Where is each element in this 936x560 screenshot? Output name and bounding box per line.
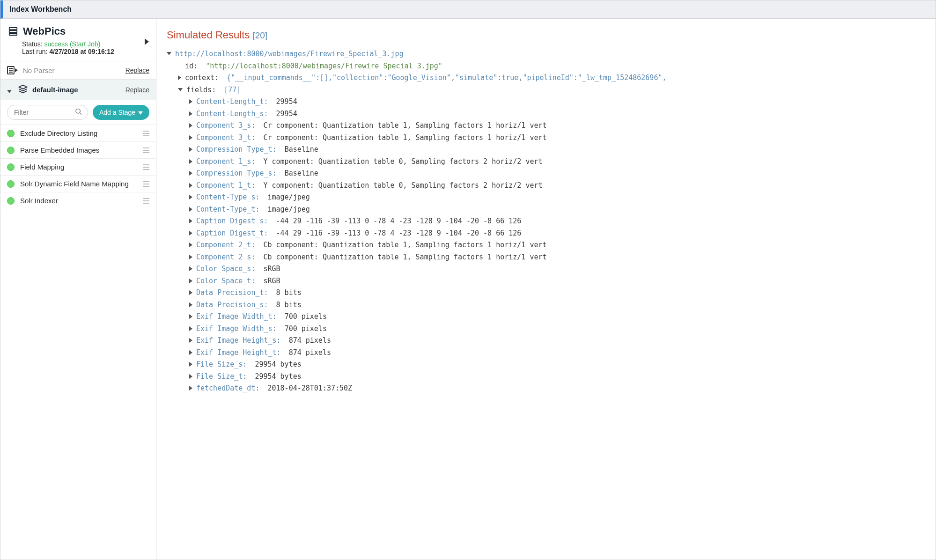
results-panel: Simulated Results [20] http://localhost:… — [156, 19, 936, 560]
field-row[interactable]: Component 3_s: Cr component: Quantizatio… — [167, 120, 925, 132]
pipeline-caret-icon[interactable] — [7, 90, 12, 93]
field-row[interactable]: Exif Image Height_t: 874 pixels — [167, 347, 925, 359]
project-status: Status: success (Start Job) — [8, 40, 148, 48]
doc-row[interactable]: http://localhost:8000/webimages/Firewire… — [167, 48, 925, 60]
field-row[interactable]: Content-Type_s: image/jpeg — [167, 192, 925, 204]
caret-right-icon[interactable] — [189, 159, 192, 164]
field-key: Exif Image Height_s: — [196, 335, 281, 347]
svg-marker-12 — [138, 111, 143, 115]
stage-item[interactable]: Solr Dynamic Field Name Mapping — [0, 176, 156, 192]
field-row[interactable]: Content-Length_s: 29954 — [167, 108, 925, 120]
field-value: Y component: Quantization table 0, Sampl… — [263, 180, 542, 192]
search-icon[interactable] — [75, 108, 82, 117]
svg-rect-1 — [9, 30, 17, 33]
field-row[interactable]: Compression Type_t: Baseline — [167, 144, 925, 156]
field-row[interactable]: Component 3_t: Cr component: Quantizatio… — [167, 132, 925, 144]
caret-right-icon[interactable] — [189, 207, 192, 212]
caret-right-icon[interactable] — [189, 135, 192, 140]
database-icon — [8, 26, 18, 37]
collapse-sidebar-icon[interactable] — [145, 38, 149, 46]
drag-handle-icon[interactable] — [143, 164, 149, 170]
field-row[interactable]: Exif Image Height_s: 874 pixels — [167, 335, 925, 347]
caret-right-icon[interactable] — [189, 243, 192, 247]
field-row[interactable]: fetchedDate_dt: 2018-04-28T01:37:50Z — [167, 383, 925, 395]
field-row[interactable]: Component 2_s: Cb component: Quantizatio… — [167, 251, 925, 264]
caret-right-icon[interactable] — [189, 183, 192, 188]
stage-item[interactable]: Field Mapping — [0, 159, 156, 176]
caret-right-icon[interactable] — [189, 326, 192, 331]
caret-right-icon[interactable] — [178, 75, 181, 80]
caret-right-icon[interactable] — [189, 350, 192, 355]
field-key: Exif Image Height_t: — [196, 347, 281, 359]
drag-handle-icon[interactable] — [143, 181, 149, 187]
context-row[interactable]: context: {"__input_commands__":[],"colle… — [167, 72, 925, 84]
caret-right-icon[interactable] — [189, 374, 192, 379]
add-stage-button[interactable]: Add a Stage — [93, 105, 149, 120]
titlebar: Index Workbench — [0, 0, 936, 19]
parser-row[interactable]: No Parser Replace — [0, 61, 156, 80]
drag-handle-icon[interactable] — [143, 147, 149, 153]
field-key: Component 2_t: — [196, 239, 255, 251]
stage-status-dot — [7, 180, 15, 188]
caret-right-icon[interactable] — [189, 338, 192, 343]
svg-marker-3 — [145, 38, 149, 45]
field-row[interactable]: Caption Digest_s: -44 29 -116 -39 -113 0… — [167, 215, 925, 228]
main: WebPics Status: success (Start Job) Last… — [0, 19, 936, 560]
field-row[interactable]: Exif Image Width_t: 700 pixels — [167, 311, 925, 323]
caret-right-icon[interactable] — [189, 362, 192, 367]
svg-marker-8 — [15, 68, 18, 72]
field-row[interactable]: Caption Digest_t: -44 29 -116 -39 -113 0… — [167, 228, 925, 240]
caret-right-icon[interactable] — [189, 231, 192, 236]
doc-url: http://localhost:8000/webimages/Firewire… — [175, 48, 404, 60]
drag-handle-icon[interactable] — [143, 198, 149, 204]
field-key: Color Space_s: — [196, 263, 255, 275]
caret-right-icon[interactable] — [189, 99, 192, 104]
field-row[interactable]: Data Precision_s: 8 bits — [167, 299, 925, 311]
caret-right-icon[interactable] — [189, 147, 192, 152]
caret-right-icon[interactable] — [189, 266, 192, 271]
field-row[interactable]: Compression Type_s: Baseline — [167, 168, 925, 180]
pipeline-replace-link[interactable]: Replace — [125, 86, 149, 94]
caret-right-icon[interactable] — [189, 314, 192, 319]
field-row[interactable]: Content-Length_t: 29954 — [167, 96, 925, 108]
pipeline-row[interactable]: default-image Replace — [0, 80, 156, 100]
stage-item[interactable]: Solr Indexer — [0, 192, 156, 209]
sidebar: WebPics Status: success (Start Job) Last… — [0, 19, 156, 560]
stage-item[interactable]: Exclude Directory Listing — [0, 125, 156, 142]
field-row[interactable]: File Size_s: 29954 bytes — [167, 359, 925, 371]
field-key: Content-Length_t: — [196, 96, 268, 108]
field-row[interactable]: Component 2_t: Cb component: Quantizatio… — [167, 239, 925, 251]
status-value: success — [44, 40, 68, 48]
caret-right-icon[interactable] — [189, 290, 192, 295]
project-title-row: WebPics — [8, 25, 148, 37]
caret-right-icon[interactable] — [189, 302, 192, 307]
caret-right-icon[interactable] — [189, 171, 192, 176]
field-row[interactable]: Color Space_t: sRGB — [167, 275, 925, 287]
caret-right-icon[interactable] — [189, 111, 192, 116]
parser-replace-link[interactable]: Replace — [125, 66, 149, 74]
field-row[interactable]: Exif Image Width_s: 700 pixels — [167, 323, 925, 335]
start-job-link[interactable]: (Start Job) — [70, 40, 100, 48]
field-row[interactable]: Component 1_t: Y component: Quantization… — [167, 180, 925, 192]
context-value: {"__input_commands__":[],"collection":"G… — [227, 72, 666, 84]
caret-down-icon[interactable] — [167, 52, 171, 55]
field-row[interactable]: Data Precision_t: 8 bits — [167, 287, 925, 299]
pipeline-label: default-image — [32, 86, 121, 94]
field-value: 874 pixels — [289, 335, 331, 347]
caret-down-icon[interactable] — [178, 88, 183, 91]
caret-right-icon[interactable] — [189, 123, 192, 128]
drag-handle-icon[interactable] — [143, 131, 149, 136]
caret-right-icon[interactable] — [189, 279, 192, 283]
field-value: 29954 bytes — [255, 359, 301, 371]
field-row[interactable]: Content-Type_t: image/jpeg — [167, 204, 925, 216]
field-row[interactable]: Color Space_s: sRGB — [167, 263, 925, 275]
stage-item[interactable]: Parse Embedded Images — [0, 142, 156, 159]
field-key: Component 3_s: — [196, 120, 255, 132]
caret-right-icon[interactable] — [189, 255, 192, 259]
caret-right-icon[interactable] — [189, 386, 192, 391]
caret-right-icon[interactable] — [189, 219, 192, 223]
caret-right-icon[interactable] — [189, 195, 192, 199]
field-row[interactable]: Component 1_s: Y component: Quantization… — [167, 156, 925, 168]
field-row[interactable]: File Size_t: 29954 bytes — [167, 371, 925, 383]
fields-row[interactable]: fields: [77] — [167, 84, 925, 96]
